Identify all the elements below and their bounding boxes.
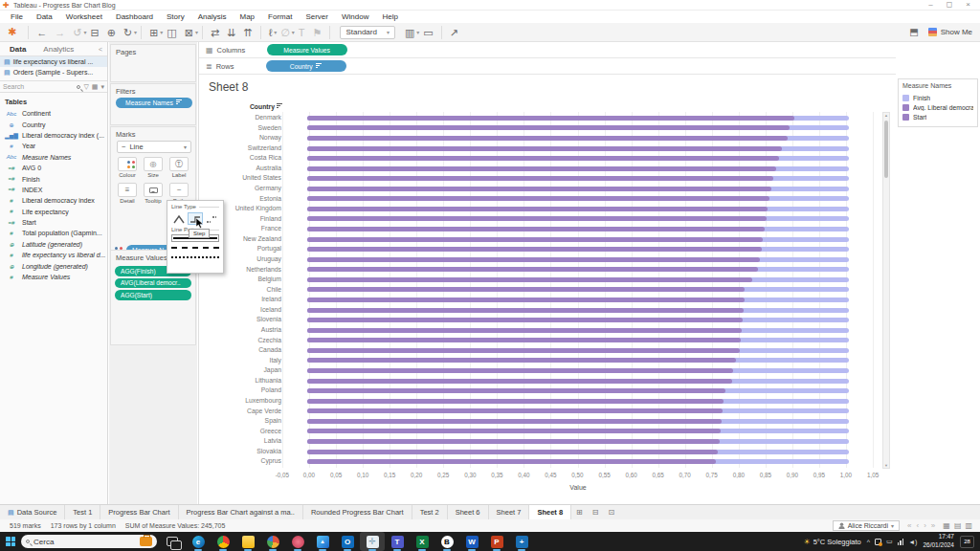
label-button[interactable]: ⓉLabel [167, 157, 190, 178]
progress-bar[interactable] [307, 419, 723, 424]
tab-analytics[interactable]: Analytics [35, 45, 81, 54]
menu-dashboard[interactable]: Dashboard [109, 11, 160, 23]
scrollbar-thumb[interactable] [884, 121, 888, 178]
show-filmstrip-icon[interactable]: ▤ [954, 521, 962, 530]
menu-story[interactable]: Story [160, 11, 191, 23]
progress-bar[interactable] [307, 166, 777, 171]
progress-bar[interactable] [307, 216, 767, 221]
menu-worksheet[interactable]: Worksheet [59, 11, 109, 23]
progress-bar[interactable] [307, 187, 771, 191]
rows-pill-country[interactable]: Country [266, 60, 346, 72]
chevron-up-icon[interactable]: ^ [867, 539, 870, 545]
sheet-tab-progress-bar-chart-against-a-ma-[interactable]: Progress Bar Chart against a ma.. [179, 505, 303, 519]
measure-value-pill[interactable]: AVG(Liberal democr.. [115, 278, 191, 289]
line-pattern-dotted-button[interactable] [171, 253, 219, 261]
duplicate-icon[interactable]: ◫ [163, 24, 180, 41]
field-item[interactable]: ⊕Latitude (generated) [0, 239, 107, 250]
sheet-tab-test-2[interactable]: Test 2 [412, 505, 448, 519]
clock[interactable]: 17:47 26/01/2024 [923, 533, 954, 550]
size-button[interactable]: ◎Size [142, 157, 165, 178]
taskbar-app-photos[interactable]: ▲ [310, 532, 335, 551]
show-me-button[interactable]: ⬒ Show Me [909, 27, 980, 37]
datasource-item[interactable]: ▤life expectancy vs liberal ... [0, 56, 107, 67]
sheet-tab-sheet-7[interactable]: Sheet 7 [489, 505, 530, 519]
progress-bar[interactable] [307, 308, 745, 313]
progress-bar[interactable] [307, 298, 745, 302]
progress-bar[interactable] [307, 116, 795, 121]
taskbar-search[interactable]: Cerca [21, 535, 157, 548]
chevron-down-icon[interactable]: ▾ [100, 83, 104, 91]
menu-server[interactable]: Server [299, 11, 335, 23]
swap-axes-icon[interactable]: ⇄ [207, 24, 223, 41]
menu-file[interactable]: File [4, 11, 30, 23]
first-sheet-icon[interactable]: « [907, 521, 911, 530]
start-button[interactable] [0, 537, 21, 546]
show-list-icon[interactable]: ▥ [965, 521, 972, 530]
notification-badge[interactable]: 28 [960, 536, 974, 548]
briefcase-icon[interactable] [140, 537, 152, 546]
field-item[interactable]: ⊕Country [0, 119, 107, 129]
taskbar-app-powerpoint[interactable]: P [484, 532, 509, 551]
filter-funnel-icon[interactable]: ▽ [83, 83, 88, 91]
sheet-tab-rounded-progress-bar-chart[interactable]: Rounded Progress Bar Chart [303, 505, 412, 519]
taskbar-app-chrome[interactable] [211, 532, 235, 551]
display-icon[interactable]: ▭ [886, 538, 893, 545]
progress-bar[interactable] [307, 388, 726, 393]
country-column-header[interactable]: Country [199, 103, 283, 110]
field-item[interactable]: #Life expectancy [0, 207, 107, 217]
columns-pill-measure-values[interactable]: Measure Values [267, 44, 347, 55]
progress-bar[interactable] [307, 348, 740, 353]
menu-help[interactable]: Help [375, 11, 404, 23]
sheet-tab-progress-bar-chart[interactable]: Progress Bar Chart [100, 505, 178, 519]
save-icon[interactable]: ⊟ [86, 24, 102, 41]
tab-data[interactable]: Data [0, 45, 35, 54]
progress-bar[interactable] [307, 429, 721, 433]
progress-bar[interactable] [307, 338, 741, 342]
sheet-tab-sheet-8[interactable]: Sheet 8 [529, 505, 571, 519]
sheet-tab-data-source[interactable]: ▤Data Source [0, 505, 65, 519]
task-view-button[interactable] [167, 537, 178, 546]
menu-window[interactable]: Window [335, 11, 375, 23]
progress-bar[interactable] [307, 379, 732, 384]
forward-icon[interactable]: → [51, 24, 69, 41]
sort-ascending-icon[interactable]: ⇊ [223, 24, 239, 41]
menu-format[interactable]: Format [261, 11, 299, 23]
progress-bar[interactable] [307, 237, 764, 242]
scroll-up-icon[interactable]: ▲ [883, 113, 889, 118]
taskbar-app-office[interactable]: + [509, 532, 534, 551]
line-type-linear-button[interactable] [171, 212, 186, 225]
colour-button[interactable]: Colour [116, 157, 139, 178]
field-item[interactable]: #Liberal democracy index [0, 195, 107, 206]
mark-type-dropdown[interactable]: ~ Line ▾ [117, 141, 191, 153]
line-pattern-dashed-button[interactable] [171, 244, 219, 252]
scroll-down-icon[interactable]: ▼ [883, 463, 889, 468]
datasource-item[interactable]: ▤Orders (Sample - Supers... [0, 67, 107, 77]
field-item[interactable]: =#Start [0, 217, 107, 228]
progress-bar[interactable] [307, 146, 782, 151]
last-sheet-icon[interactable]: » [931, 521, 935, 530]
user-dropdown[interactable]: Alice Riccardi ▾ [833, 520, 900, 531]
rows-shelf[interactable]: ≣ Rows Country [199, 58, 896, 75]
field-item[interactable]: AbcMeasure Names [0, 152, 107, 163]
show-tabs-icon[interactable]: ▦ [943, 521, 950, 530]
tableau-home-icon[interactable]: ✱ [0, 26, 24, 38]
progress-bar[interactable] [307, 358, 736, 363]
back-icon[interactable]: ← [33, 24, 51, 41]
new-dashboard-icon[interactable]: ⊟ [588, 505, 604, 519]
progress-bar[interactable] [307, 408, 724, 413]
legend-item[interactable]: Finish [902, 93, 973, 102]
progress-bar[interactable] [307, 459, 717, 464]
progress-bar[interactable] [307, 368, 734, 373]
network-icon[interactable] [898, 539, 904, 545]
share-icon[interactable]: ↗ [446, 24, 462, 41]
taskbar-app-file-explorer[interactable] [235, 532, 260, 551]
minimize-button[interactable]: – [928, 0, 932, 10]
sheet-tab-sheet-6[interactable]: Sheet 6 [448, 505, 489, 519]
progress-bar[interactable] [307, 196, 770, 201]
field-item[interactable]: ⊕Longitude (generated) [0, 260, 107, 271]
legend-item[interactable]: Avg. Liberal democra.. [902, 102, 973, 112]
view-options-icon[interactable]: ▦ [92, 83, 99, 91]
fix-axes-icon[interactable]: ⚑ [309, 24, 326, 41]
taskbar-app-excel[interactable]: X [410, 532, 434, 551]
weather-widget[interactable]: ☀ 5°C Soleggiato [803, 538, 860, 546]
